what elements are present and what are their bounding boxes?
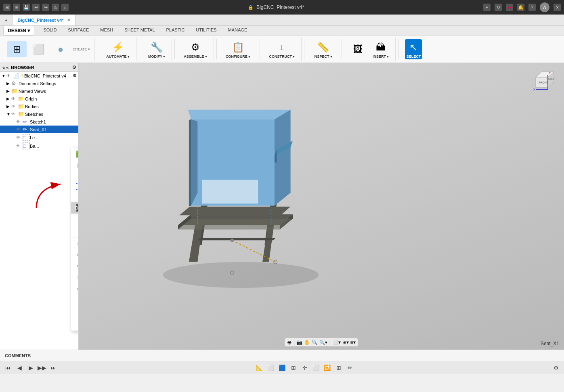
eye-icon[interactable]: 👁 — [11, 112, 18, 116]
refresh-icon[interactable]: ↻ — [495, 4, 502, 11]
viewport-3d[interactable]: FRONT RIGHT Z X Seat_X1 ⊕ | 📷 ✋ 🔍 🔍▾ | ⬜… — [79, 63, 564, 350]
tree-item-root[interactable]: ▼ 👁 📄 ⚠ BigCNC_Pinterest v4 ⚙ — [0, 72, 78, 80]
vp-zoom-icon[interactable]: 🔍 — [312, 340, 318, 345]
menu-item-show-hide[interactable]: Show/Hide V — [71, 295, 79, 306]
user-avatar[interactable]: A — [540, 2, 549, 12]
settings-icon[interactable]: ⚙ — [73, 73, 77, 78]
ribbon-tab-mesh[interactable]: MESH — [94, 26, 119, 36]
tab-bigcnc[interactable]: BigCNC_Pinterest v4* ✕ — [13, 15, 75, 25]
playback-play-btn[interactable]: ▶ — [26, 363, 36, 373]
timeline-solid-icon[interactable]: 🟦 — [277, 363, 287, 373]
bell-icon[interactable]: 🔔 — [517, 4, 524, 11]
menu-item-slice-sketch[interactable]: Slice Sketch — [71, 192, 79, 202]
playback-end-btn[interactable]: ⏭ — [48, 363, 58, 373]
assemble-btn[interactable]: ⚙ ASSEMBLE ▾ — [181, 39, 210, 59]
titlebar-right-icons[interactable]: + ↻ ● 🔔 ? A ✕ — [483, 2, 561, 12]
menu-item-show-dimension[interactable]: 👁 Show Dimension — [71, 261, 79, 272]
timeline-pattern-icon[interactable]: ⊞ — [334, 363, 344, 373]
design-button[interactable]: DESIGN ▾ — [3, 26, 34, 36]
vp-grid-icon[interactable]: ⊞▾ — [342, 340, 349, 345]
vp-view-icon[interactable]: ⬜▾ — [332, 340, 341, 345]
menu-item-hide-projected[interactable]: 👁 Hide Projected Geometries — [71, 272, 79, 283]
menu-item-edit-sketch[interactable]: Edit Sketch — [71, 171, 79, 181]
online-icon[interactable]: ● — [506, 4, 513, 11]
playback-start-btn[interactable]: ⏮ — [3, 363, 13, 373]
tree-item-sketches[interactable]: ▼ 👁 📁 Sketches — [0, 110, 78, 118]
app-grid-icon[interactable]: ⊞ — [3, 4, 10, 11]
eye-icon[interactable]: 👁 — [11, 96, 18, 101]
menu-item-create-selection-set[interactable]: 🟩 Create Selection Set — [71, 148, 79, 159]
select-btn[interactable]: ↖ SELECT — [405, 39, 422, 59]
create-box-btn[interactable]: ⬜ — [29, 41, 48, 57]
tree-item-ba[interactable]: 👁 □ Ba... — [0, 142, 78, 150]
eye-icon[interactable]: 👁 — [16, 144, 23, 148]
tree-item-le[interactable]: 👁 □ Le... — [0, 133, 78, 142]
inspect-btn[interactable]: 📏 INSPECT ▾ — [311, 39, 335, 59]
browser-collapse-left-icon[interactable]: « — [2, 65, 5, 70]
vp-zoom-dropdown-icon[interactable]: 🔍▾ — [319, 340, 327, 345]
menu-item-redefine-sketch-plane[interactable]: Redefine Sketch Plane — [71, 181, 79, 192]
vp-pan-icon[interactable]: ✋ — [304, 340, 310, 345]
undo-icon[interactable]: ↩ — [32, 4, 40, 11]
menu-item-look-at[interactable]: 👁 Look At — [71, 238, 79, 249]
titlebar-left-icons[interactable]: ⊞ ≡ 💾 ↩ ↪ ⚠ ⌂ — [3, 4, 69, 11]
ribbon-tab-manage[interactable]: MANAGE — [222, 26, 253, 36]
menu-item-find-in-timeline[interactable]: Find in Timeline — [71, 319, 79, 331]
timeline-sketch-icon[interactable]: 📐 — [255, 363, 264, 373]
tree-item-origin[interactable]: ▶ 👁 📁 Origin — [0, 95, 78, 103]
ribbon-tab-sheetmetal[interactable]: SHEET METAL — [119, 26, 160, 36]
tree-item-named-views[interactable]: ▶ 📁 Named Views — [0, 87, 78, 95]
create-new-component-btn[interactable]: ⊞ — [7, 41, 27, 57]
warning-icon[interactable]: ⚠ — [52, 4, 59, 11]
comments-bar[interactable]: COMMENTS — [0, 350, 564, 361]
tree-item-doc-settings[interactable]: ▶ ⚙ Document Settings — [0, 80, 78, 87]
menu-item-save-as-dxf[interactable]: DXF Save As DXF — [71, 202, 79, 214]
tree-item-sketch1[interactable]: 👁 ✏ Sketch1 — [0, 118, 78, 126]
menu-item-rename[interactable]: Rename — [71, 225, 79, 236]
vp-display-icon[interactable]: ≡▾ — [350, 340, 356, 345]
help-icon[interactable]: ? — [528, 4, 536, 11]
menu-item-delete[interactable]: ✕ Delete Del — [71, 214, 79, 225]
construct-btn[interactable]: ⟂ CONSTRUCT ▾ — [266, 39, 297, 59]
tree-item-seat-x1[interactable]: 👁 ✏ Seat_X1 — [0, 126, 78, 133]
ribbon-tab-solid[interactable]: SOLID — [38, 26, 62, 36]
configure-btn[interactable]: 📋 CONFIGURE ▾ — [223, 39, 253, 59]
vp-pivot-icon[interactable]: ⊕ — [287, 339, 292, 346]
eye-icon[interactable]: 👁 — [16, 119, 23, 124]
automate-btn[interactable]: ⚡ AUTOMATE ▾ — [104, 39, 132, 59]
playback-next-btn[interactable]: ▶▶ — [37, 363, 47, 373]
eye-icon[interactable]: 👁 — [16, 127, 23, 132]
redo-icon[interactable]: ↪ — [42, 4, 49, 11]
ribbon-tab-surface[interactable]: SURFACE — [62, 26, 94, 36]
ribbon-tab-plastic[interactable]: PLASTIC — [161, 26, 191, 36]
new-tab-icon[interactable]: + — [483, 4, 491, 11]
menu-item-hide-construction[interactable]: 👁 Hide Construction Geometries — [71, 283, 79, 295]
timeline-profile-icon[interactable]: ⬜ — [311, 363, 321, 373]
menu-item-offset-plane[interactable]: ▦ Offset Plane — [71, 159, 79, 171]
menu-item-hide-profile[interactable]: 👁 Hide Profile — [71, 249, 79, 261]
menu-item-find-in-window[interactable]: Find in Window — [71, 308, 79, 319]
timeline-settings-icon[interactable]: ⚙ — [551, 363, 561, 373]
insert-btn[interactable]: 🏔 INSERT ▾ — [370, 39, 392, 59]
home-icon[interactable]: ⌂ — [61, 4, 69, 11]
playback-prev-btn[interactable]: ◀ — [15, 363, 24, 373]
tab-new[interactable]: + — [0, 15, 13, 25]
vp-camera-icon[interactable]: 📷 — [296, 340, 302, 345]
nav-cube[interactable]: FRONT RIGHT Z X — [528, 67, 560, 99]
timeline-sketch2-icon[interactable]: ✏ — [345, 363, 355, 373]
timeline-move-icon[interactable]: ✛ — [300, 363, 310, 373]
timeline-component-icon[interactable]: ⊞ — [289, 363, 298, 373]
browser-menu-icon[interactable]: ⊙ — [72, 65, 76, 70]
save-icon[interactable]: 💾 — [23, 4, 30, 11]
close-icon[interactable]: ✕ — [554, 4, 561, 11]
ribbon-tab-utilities[interactable]: UTILITIES — [190, 26, 222, 36]
tree-item-bodies[interactable]: ▶ 👁 📁 Bodies — [0, 103, 78, 110]
tab-close-icon[interactable]: ✕ — [67, 18, 70, 22]
timeline-body-icon[interactable]: ⬜ — [266, 363, 276, 373]
browser-collapse-right-icon[interactable]: « — [6, 65, 8, 70]
create-sphere-btn[interactable]: ● — [51, 41, 70, 57]
eye-icon[interactable]: 👁 — [6, 73, 13, 78]
eye-icon[interactable]: 👁 — [11, 104, 18, 109]
insert-photo-btn[interactable]: 🖼 — [348, 41, 368, 57]
menu-icon[interactable]: ≡ — [13, 4, 20, 11]
